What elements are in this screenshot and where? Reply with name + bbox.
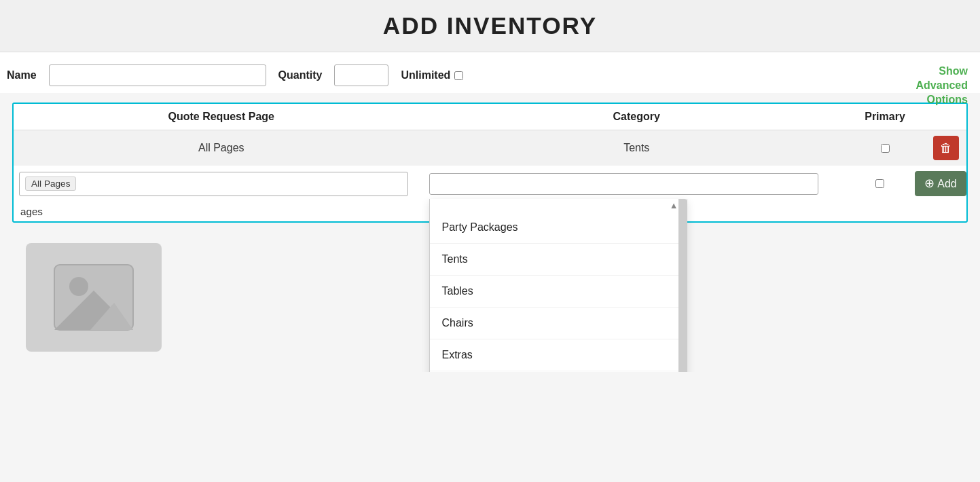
top-form: Name Quantity Unlimited Show Advanced Op… <box>0 52 980 93</box>
table-input-row: All Pages ▲ Party Packages Tents Tables … <box>14 166 966 202</box>
dropdown-scroll-down[interactable]: ▼ <box>430 371 687 373</box>
dropdown-item-chairs[interactable]: Chairs <box>430 308 687 339</box>
unlimited-checkbox[interactable] <box>454 71 463 80</box>
add-button-cell: ⊕ Add <box>920 171 961 196</box>
add-button[interactable]: ⊕ Add <box>915 171 966 196</box>
plus-icon: ⊕ <box>924 177 934 191</box>
row-delete: 🗑 <box>926 136 966 160</box>
all-pages-tag: All Pages <box>25 177 76 191</box>
row-category: Tents <box>429 142 845 154</box>
col-header-page: Quote Request Page <box>14 111 429 123</box>
page-input-wrapper: All Pages <box>19 172 408 196</box>
dropdown-item-tables[interactable]: Tables <box>430 276 687 308</box>
placeholder-image-icon <box>53 263 134 331</box>
quantity-label: Quantity <box>278 69 323 81</box>
category-input[interactable] <box>429 173 818 195</box>
unlimited-label: Unlimited <box>401 69 450 81</box>
col-header-primary: Primary <box>844 111 926 123</box>
unlimited-row: Unlimited <box>401 69 463 81</box>
image-placeholder <box>26 243 162 352</box>
page-title: ADD INVENTORY <box>0 12 980 39</box>
name-input[interactable] <box>49 64 266 86</box>
table-row: All Pages Tents 🗑 <box>14 130 966 166</box>
row-primary <box>844 144 926 153</box>
svg-point-1 <box>69 277 88 296</box>
add-label: Add <box>937 178 956 190</box>
quantity-input[interactable] <box>334 64 388 86</box>
dropdown-item-extras[interactable]: Extras <box>430 339 687 371</box>
inventory-table: Quote Request Page Category Primary All … <box>12 103 968 223</box>
page-header: ADD INVENTORY <box>0 0 980 52</box>
col-header-category: Category <box>429 111 845 123</box>
trash-icon: 🗑 <box>940 141 952 155</box>
show-advanced-button[interactable]: Show Advanced Options <box>916 64 968 107</box>
primary-checkbox-existing[interactable] <box>881 144 890 153</box>
row-page: All Pages <box>14 142 429 154</box>
dropdown-item-party-packages[interactable]: Party Packages <box>430 212 687 244</box>
scrollbar-track <box>678 199 687 373</box>
delete-button[interactable]: 🗑 <box>933 136 959 160</box>
category-dropdown: ▲ Party Packages Tents Tables Chairs Ext… <box>429 199 687 373</box>
name-label: Name <box>7 69 37 81</box>
category-input-cell: ▲ Party Packages Tents Tables Chairs Ext… <box>429 173 839 195</box>
primary-checkbox-new[interactable] <box>875 179 884 188</box>
col-header-action <box>926 111 966 123</box>
page-input-cell: All Pages <box>19 172 429 196</box>
table-header: Quote Request Page Category Primary <box>14 104 966 130</box>
dropdown-item-tents[interactable]: Tents <box>430 244 687 276</box>
new-row-primary <box>839 179 920 188</box>
dropdown-scroll-up[interactable]: ▲ <box>430 199 687 212</box>
